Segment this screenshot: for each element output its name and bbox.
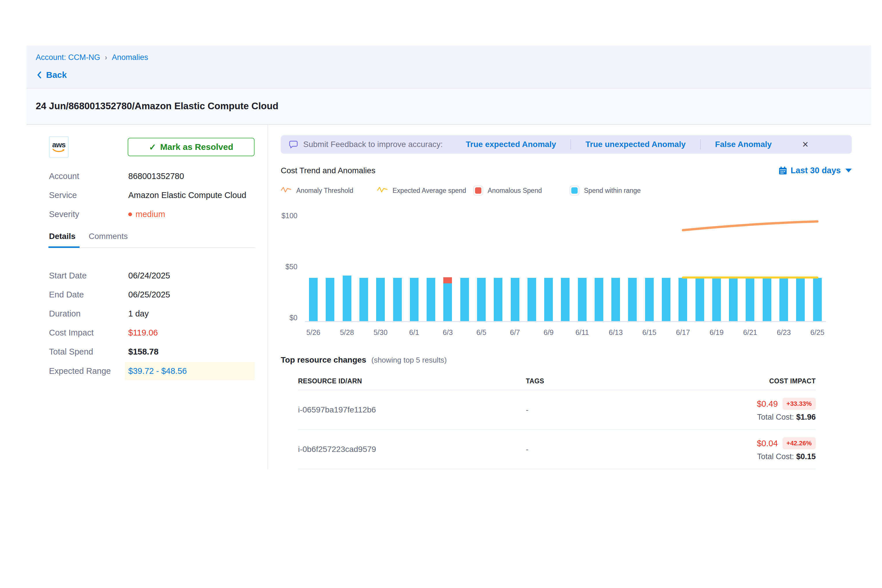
legend-square-icon — [570, 186, 579, 195]
x-axis-tick: 6/1 — [409, 328, 419, 337]
aws-provider-icon: aws — [49, 136, 69, 158]
summary-top-row: aws ✓ Mark as Resolved — [49, 136, 267, 158]
anomaly-detail-panel: Account: CCM-NG › Anomalies Back 24 Jun/… — [27, 45, 871, 469]
x-axis-tick: 6/11 — [575, 328, 589, 337]
trend-header-row: Cost Trend and Anomalies Last 30 days — [281, 166, 852, 175]
legend-item[interactable]: Expected Average spend — [377, 186, 473, 195]
impact-line: $0.04+42.26% — [681, 437, 816, 449]
resource-id: i-0b6f257223cad9579 — [298, 445, 526, 454]
info-row: Total Spend$158.78 — [49, 347, 267, 357]
info-label: End Date — [49, 290, 128, 300]
date-range-label: Last 30 days — [790, 166, 841, 175]
impact-amount: $0.04 — [757, 439, 778, 448]
chevron-down-icon — [845, 169, 852, 172]
table-row: i-0b6f257223cad9579-$0.04+42.26%Total Co… — [298, 430, 816, 469]
legend-label: Spend within range — [584, 187, 641, 195]
impact-line: $0.49+33.33% — [681, 398, 816, 410]
x-axis-tick: 6/21 — [743, 328, 757, 337]
total-cost-line: Total Cost:$1.96 — [681, 413, 816, 422]
date-range-selector[interactable]: Last 30 days — [778, 166, 852, 175]
mark-as-resolved-button[interactable]: ✓ Mark as Resolved — [128, 138, 255, 156]
content: aws ✓ Mark as Resolved Account8680013527… — [27, 125, 871, 469]
x-axis-tick: 5/28 — [340, 328, 354, 337]
info-label: Service — [49, 190, 128, 200]
info-value: 06/24/2025 — [128, 271, 170, 280]
y-axis-tick: $100 — [281, 212, 297, 220]
calendar-icon — [778, 166, 787, 175]
tab-details[interactable]: Details — [49, 232, 75, 247]
top-resource-changes-heading: Top resource changes (showing top 5 resu… — [281, 356, 852, 364]
info-label: Total Spend — [49, 347, 128, 357]
check-icon: ✓ — [149, 142, 156, 152]
info-value: Amazon Elastic Compute Cloud — [128, 190, 246, 200]
info-label: Cost Impact — [49, 328, 128, 338]
info-row: End Date06/25/2025 — [49, 290, 267, 300]
x-axis-tick: 6/3 — [443, 328, 453, 337]
breadcrumb-strip: Account: CCM-NG › Anomalies Back — [27, 45, 871, 88]
cost-impact-cell: $0.04+42.26%Total Cost:$0.15 — [681, 437, 816, 461]
info-row: Duration1 day — [49, 309, 267, 318]
feedback-option[interactable]: True expected Anomaly — [452, 140, 570, 149]
x-axis-tick: 6/19 — [710, 328, 724, 337]
cost-impact-cell: $0.49+33.33%Total Cost:$1.96 — [681, 398, 816, 422]
y-axis-tick: $0 — [290, 314, 297, 322]
total-cost-value: $1.96 — [796, 413, 816, 422]
x-axis-tick: 6/7 — [510, 328, 520, 337]
resource-id: i-06597ba197fe112b6 — [298, 405, 526, 414]
y-axis-tick: $50 — [285, 262, 297, 271]
anomaly-threshold-line — [683, 221, 818, 230]
total-cost-line: Total Cost:$0.15 — [681, 452, 816, 461]
severity-dot-icon — [128, 212, 132, 216]
breadcrumb-anomalies-link[interactable]: Anomalies — [112, 53, 148, 62]
severity-text: medium — [135, 210, 165, 219]
legend-label: Expected Average spend — [393, 187, 466, 195]
legend-item[interactable]: Anomalous Spend — [473, 186, 570, 195]
info-row: Cost Impact$119.06 — [49, 328, 267, 338]
feedback-bar: Submit Feedback to improve accuracy: Tru… — [281, 135, 852, 154]
info-row: Severitymedium — [49, 210, 267, 219]
info-row: Expected Range$39.72 - $48.56 — [49, 362, 267, 380]
close-icon[interactable]: × — [802, 139, 808, 150]
x-axis-tick: 6/15 — [642, 328, 657, 337]
info-value: $158.78 — [128, 347, 159, 357]
feedback-option[interactable]: True unexpected Anomaly — [571, 140, 700, 149]
impact-percent-badge: +33.33% — [783, 398, 816, 410]
title-strip: 24 Jun/868001352780/Amazon Elastic Compu… — [27, 88, 871, 125]
info-value: $39.72 - $48.56 — [125, 362, 255, 380]
legend-item[interactable]: Spend within range — [570, 186, 666, 195]
x-axis-tick: 5/30 — [374, 328, 388, 337]
info-label: Expected Range — [49, 366, 128, 376]
aws-logo-text: aws — [52, 141, 65, 148]
column-header-tags: TAGS — [526, 377, 681, 385]
chart-legend: Anomaly ThresholdExpected Average spendA… — [281, 186, 852, 195]
detail-rows: Start Date06/24/2025End Date06/25/2025Du… — [49, 271, 267, 380]
legend-label: Anomalous Spend — [488, 187, 542, 195]
resources-heading-text: Top resource changes — [281, 356, 366, 364]
threshold-lines-overlay — [305, 212, 826, 321]
feedback-option[interactable]: False Anomaly — [701, 140, 786, 149]
total-cost-label: Total Cost: — [757, 452, 794, 461]
x-axis-tick: 6/13 — [609, 328, 623, 337]
speech-bubble-icon — [289, 140, 298, 149]
x-axis-tick: 6/5 — [477, 328, 486, 337]
total-cost-label: Total Cost: — [757, 413, 794, 422]
back-button[interactable]: Back — [36, 70, 871, 80]
tabs: DetailsComments — [49, 232, 255, 248]
legend-item[interactable]: Anomaly Threshold — [281, 186, 377, 195]
tab-comments[interactable]: Comments — [89, 232, 128, 247]
x-axis-tick: 6/17 — [676, 328, 690, 337]
info-label: Start Date — [49, 271, 128, 280]
legend-square-icon — [473, 186, 483, 195]
info-row: Start Date06/24/2025 — [49, 271, 267, 280]
breadcrumb-account-link[interactable]: Account: CCM-NG — [36, 53, 100, 62]
info-value: medium — [128, 210, 165, 219]
impact-amount: $0.49 — [757, 399, 778, 409]
column-header-resource-id: RESOURCE ID/ARN — [298, 377, 526, 385]
x-axis-tick: 6/23 — [777, 328, 791, 337]
info-value: $119.06 — [128, 328, 158, 338]
table-header: RESOURCE ID/ARN TAGS COST IMPACT — [298, 377, 816, 390]
feedback-prompt: Submit Feedback to improve accuracy: — [303, 140, 443, 149]
plot-area — [305, 212, 826, 322]
breadcrumb: Account: CCM-NG › Anomalies — [36, 53, 871, 62]
x-axis-tick: 6/9 — [544, 328, 554, 337]
